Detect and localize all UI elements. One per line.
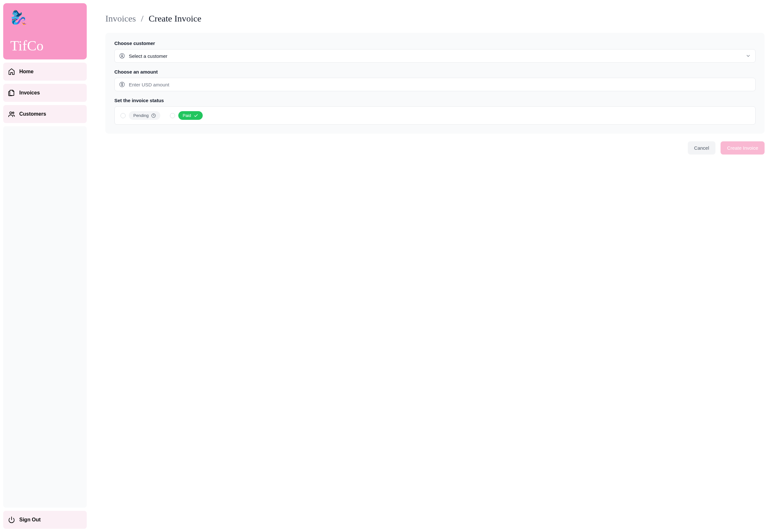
breadcrumb-parent[interactable]: Invoices (105, 13, 136, 24)
clock-icon (151, 113, 156, 118)
status-options: Pending Paid (114, 106, 755, 125)
breadcrumb-separator: / (141, 13, 144, 24)
sidebar-spacer (3, 126, 87, 507)
paid-badge-label: Paid (183, 113, 191, 118)
documents-icon (8, 89, 15, 97)
customer-select[interactable]: Select a customer (114, 49, 755, 63)
status-option-paid[interactable]: Paid (170, 111, 203, 120)
main-content: Invoices / Create Invoice Choose custome… (90, 0, 780, 532)
form-card: Choose customer Select a customer (105, 33, 765, 134)
users-icon (8, 110, 15, 118)
home-icon (8, 68, 15, 76)
pending-badge-label: Pending (133, 113, 149, 118)
customer-label: Choose customer (114, 41, 755, 46)
radio-input[interactable] (170, 113, 175, 118)
customer-select-value: Select a customer (129, 53, 742, 59)
status-group: Set the invoice status Pending (114, 98, 755, 125)
brand-name: TifCo (10, 39, 80, 53)
brand-card[interactable]: 🧞‍♀️ TifCo (3, 3, 87, 59)
svg-point-3 (120, 54, 125, 58)
status-option-pending[interactable]: Pending (120, 111, 160, 120)
chevron-down-icon (746, 53, 751, 58)
customer-group: Choose customer Select a customer (114, 41, 755, 63)
form-actions: Cancel Create Invoice (105, 141, 765, 154)
radio-input[interactable] (120, 113, 126, 118)
amount-label: Choose an amount (114, 69, 755, 75)
status-label: Set the invoice status (114, 98, 755, 103)
breadcrumb-current: Create Invoice (149, 13, 201, 24)
svg-point-1 (12, 112, 14, 114)
sidebar: 🧞‍♀️ TifCo Home Invoices (0, 0, 90, 532)
sidebar-item-label: Sign Out (19, 517, 41, 523)
sidebar-item-invoices[interactable]: Invoices (3, 84, 87, 102)
svg-point-4 (121, 55, 123, 56)
breadcrumb: Invoices / Create Invoice (105, 13, 765, 24)
amount-input-wrapper (114, 78, 755, 91)
svg-point-0 (10, 112, 11, 114)
sidebar-item-label: Invoices (19, 90, 40, 96)
sidebar-item-home[interactable]: Home (3, 63, 87, 81)
check-icon (194, 113, 198, 118)
brand-emoji: 🧞‍♀️ (10, 11, 80, 25)
create-invoice-button[interactable]: Create Invoice (721, 141, 765, 154)
sidebar-item-label: Customers (19, 111, 46, 117)
dollar-icon (119, 82, 125, 87)
sidebar-item-label: Home (19, 69, 34, 75)
user-circle-icon (119, 53, 125, 59)
pending-badge: Pending (129, 111, 160, 120)
power-icon (8, 516, 15, 524)
sidebar-item-customers[interactable]: Customers (3, 105, 87, 123)
sidebar-item-signout[interactable]: Sign Out (3, 511, 87, 529)
cancel-button[interactable]: Cancel (688, 141, 716, 154)
amount-input[interactable] (129, 82, 751, 87)
amount-group: Choose an amount (114, 69, 755, 91)
paid-badge: Paid (178, 111, 203, 120)
